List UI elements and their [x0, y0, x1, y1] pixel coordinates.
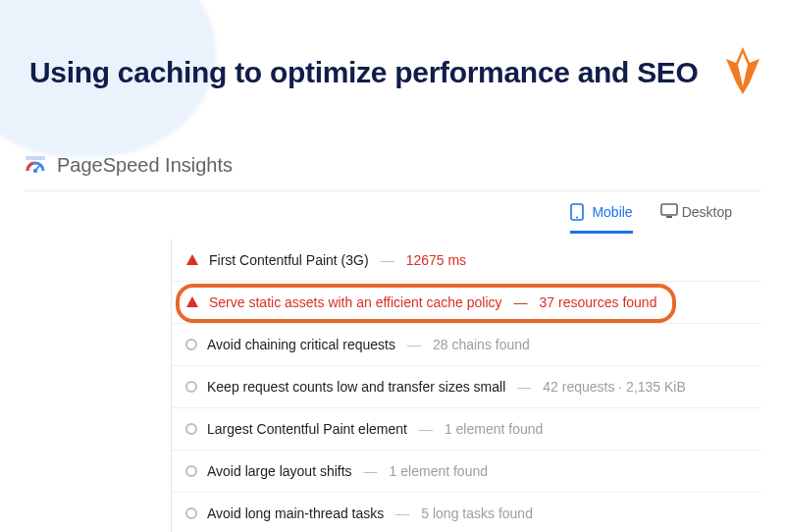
separator: —	[395, 505, 409, 521]
audit-label: First Contentful Paint (3G)	[209, 252, 369, 268]
mobile-icon	[570, 203, 584, 221]
svg-rect-6	[666, 216, 672, 218]
audit-row[interactable]: Avoid chaining critical requests—28 chai…	[172, 324, 761, 366]
svg-point-4	[576, 217, 578, 219]
separator: —	[407, 337, 421, 352]
triangle-warning-icon	[185, 253, 199, 267]
audit-label: Avoid chaining critical requests	[207, 337, 395, 352]
tool-header: PageSpeed Insights	[24, 153, 761, 191]
separator: —	[419, 421, 433, 437]
audit-row[interactable]: Serve static assets with an efficient ca…	[172, 282, 761, 324]
audit-row[interactable]: First Contentful Paint (3G)—12675 ms	[172, 239, 761, 282]
desktop-icon	[660, 203, 674, 221]
circle-neutral-icon	[185, 465, 197, 477]
audit-row[interactable]: Avoid large layout shifts—1 element foun…	[172, 451, 761, 493]
audit-label: Avoid large layout shifts	[207, 463, 352, 479]
pagespeed-insights-icon	[24, 153, 47, 177]
audit-row[interactable]: Keep request counts low and transfer siz…	[172, 366, 761, 408]
audit-row[interactable]: Largest Contentful Paint element—1 eleme…	[172, 408, 761, 451]
audit-detail: 12675 ms	[406, 252, 466, 268]
separator: —	[381, 252, 394, 268]
tab-desktop-label: Desktop	[682, 204, 732, 220]
tab-mobile-label: Mobile	[592, 204, 632, 220]
circle-neutral-icon	[185, 381, 197, 393]
audit-label: Serve static assets with an efficient ca…	[209, 294, 502, 310]
audit-detail: 1 element found	[390, 463, 488, 479]
audit-detail: 37 resources found	[540, 294, 657, 310]
page-title: Using caching to optimize performance an…	[24, 56, 699, 89]
triangle-warning-icon	[185, 295, 199, 309]
circle-neutral-icon	[185, 507, 197, 519]
svg-rect-5	[661, 204, 677, 215]
audit-detail: 5 long tasks found	[421, 505, 533, 521]
tab-mobile[interactable]: Mobile	[570, 203, 632, 234]
svg-rect-0	[26, 156, 45, 160]
audit-detail: 28 chains found	[433, 337, 530, 352]
circle-neutral-icon	[185, 339, 197, 350]
header: Using caching to optimize performance an…	[24, 0, 761, 98]
separator: —	[517, 379, 531, 395]
tool-name: PageSpeed Insights	[57, 154, 233, 177]
audit-label: Avoid long main-thread tasks	[207, 505, 384, 521]
audit-label: Largest Contentful Paint element	[207, 421, 407, 437]
audit-detail: 42 requests · 2,135 KiB	[543, 379, 686, 395]
tab-desktop[interactable]: Desktop	[660, 203, 732, 234]
circle-neutral-icon	[185, 423, 197, 435]
wp-rocket-logo-icon	[726, 47, 759, 98]
separator: —	[514, 294, 528, 310]
device-tabs: Mobile Desktop	[24, 191, 761, 234]
audit-row[interactable]: Avoid long main-thread tasks—5 long task…	[172, 493, 761, 532]
audit-detail: 1 element found	[445, 421, 543, 437]
separator: —	[364, 463, 378, 479]
audit-label: Keep request counts low and transfer siz…	[207, 379, 505, 395]
audit-list: First Contentful Paint (3G)—12675 msServ…	[171, 239, 761, 532]
